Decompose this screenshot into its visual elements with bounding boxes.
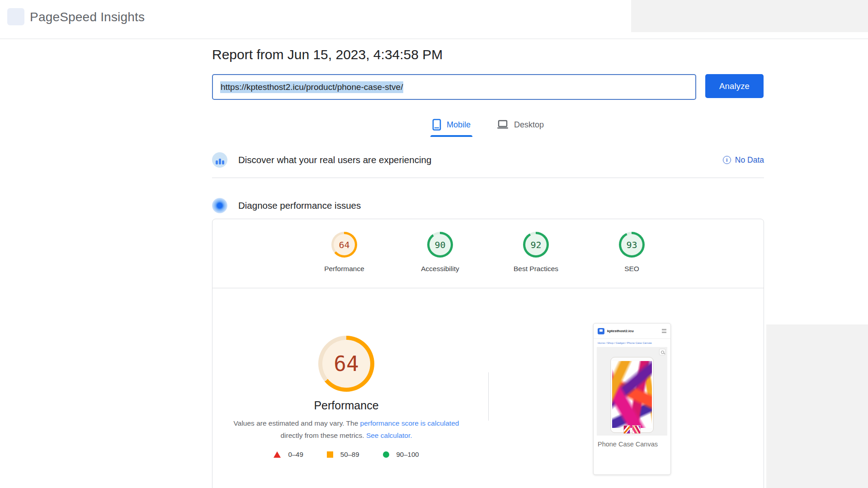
gauge-label: SEO <box>624 265 639 273</box>
tab-desktop[interactable]: Desktop <box>497 119 544 137</box>
product-mini-thumbnails <box>623 425 641 434</box>
analyze-button[interactable]: Analyze <box>705 74 764 98</box>
mobile-phone-icon <box>432 119 441 131</box>
gauge-performance[interactable]: 64 Performance <box>318 232 371 273</box>
legend-item-average: 50–89 <box>327 450 359 458</box>
gauge-best-practices[interactable]: 92 Best Practices <box>510 232 562 273</box>
category-gauges-row: 64 Performance 90 Accessibility 92 Best … <box>212 232 764 273</box>
mini-thumb <box>632 425 641 434</box>
magnifier-icon <box>659 349 665 355</box>
lab-data-icon <box>212 198 227 213</box>
legend-range: 0–49 <box>288 450 303 458</box>
score-value: 93 <box>626 239 637 250</box>
good-circle-icon <box>383 451 389 458</box>
score-legend: 0–49 50–89 90–100 <box>220 450 473 458</box>
gauge-seo[interactable]: 93 SEO <box>606 232 658 273</box>
report-card: 64 Performance 90 Accessibility 92 Best … <box>212 219 764 488</box>
url-selected-text: https://kptesthost2.icu/product/phone-ca… <box>220 81 403 93</box>
lab-data-row: Diagnose performance issues <box>212 198 764 213</box>
poor-triangle-icon <box>274 451 281 458</box>
calc-link-2[interactable]: See calculator. <box>366 432 412 439</box>
vertical-divider <box>488 372 489 421</box>
score-value: 64 <box>339 239 349 250</box>
product-title: Phone Case Canvas <box>594 436 670 449</box>
legend-item-good: 90–100 <box>383 450 419 458</box>
pagespeed-logo-icon <box>5 6 26 27</box>
big-gauge-label: Performance <box>291 399 401 412</box>
legend-range: 90–100 <box>396 450 419 458</box>
phone-case-image <box>610 357 654 433</box>
app-title: PageSpeed Insights <box>30 10 145 24</box>
score-value: 90 <box>434 239 445 250</box>
legend-item-poor: 0–49 <box>274 450 303 458</box>
field-data-row: Discover what your real users are experi… <box>212 152 764 168</box>
section-divider <box>212 178 764 178</box>
thumb-site-header: kptesthost2.icu <box>594 324 670 339</box>
hamburger-menu-icon <box>662 328 666 334</box>
no-data-label: No Data <box>735 155 764 165</box>
lab-data-title: Diagnose performance issues <box>238 200 361 211</box>
legend-range: 50–89 <box>340 450 359 458</box>
performance-big-gauge: 64 <box>318 336 374 392</box>
field-data-title: Discover what your real users are experi… <box>238 155 431 165</box>
site-logo-icon <box>598 328 604 334</box>
gauge-label: Accessibility <box>421 265 459 273</box>
report-title: Report from Jun 15, 2023, 4:34:58 PM <box>212 47 764 62</box>
calc-link-1[interactable]: performance score is calculated <box>360 419 459 427</box>
big-score-value: 64 <box>334 352 359 376</box>
no-data-link[interactable]: i No Data <box>723 155 764 165</box>
mini-thumb <box>623 425 630 434</box>
gauge-label: Best Practices <box>514 265 558 273</box>
main-content: Report from Jun 15, 2023, 4:34:58 PM htt… <box>212 39 764 213</box>
final-screenshot-thumbnail[interactable]: kptesthost2.icu Home / Shop / Gadget / P… <box>593 323 671 475</box>
card-divider <box>212 288 764 288</box>
device-tabs: Mobile Desktop <box>212 119 764 137</box>
breadcrumb: Home / Shop / Gadget / Phone Case Canvas <box>594 339 670 345</box>
score-value: 92 <box>530 239 541 250</box>
site-name: kptesthost2.icu <box>607 329 634 333</box>
average-square-icon <box>327 451 333 458</box>
real-users-icon <box>212 152 227 168</box>
tab-mobile-label: Mobile <box>447 120 471 130</box>
explanation-text: directly from these metrics. <box>280 432 366 439</box>
url-input[interactable]: https://kptesthost2.icu/product/phone-ca… <box>212 74 696 100</box>
explanation-text: Values are estimated and may vary. The <box>234 419 360 427</box>
tab-mobile[interactable]: Mobile <box>432 119 471 137</box>
url-row: https://kptesthost2.icu/product/phone-ca… <box>212 74 764 100</box>
desktop-laptop-icon <box>497 120 509 130</box>
overlay-block-top-right <box>631 0 868 32</box>
product-image-area <box>597 347 667 436</box>
info-icon: i <box>723 156 731 164</box>
score-explanation: Values are estimated and may vary. The p… <box>220 417 473 441</box>
gauge-accessibility[interactable]: 90 Accessibility <box>414 232 467 273</box>
overlay-block-bottom-right <box>766 324 868 488</box>
tab-desktop-label: Desktop <box>514 120 544 130</box>
gauge-label: Performance <box>324 265 364 273</box>
